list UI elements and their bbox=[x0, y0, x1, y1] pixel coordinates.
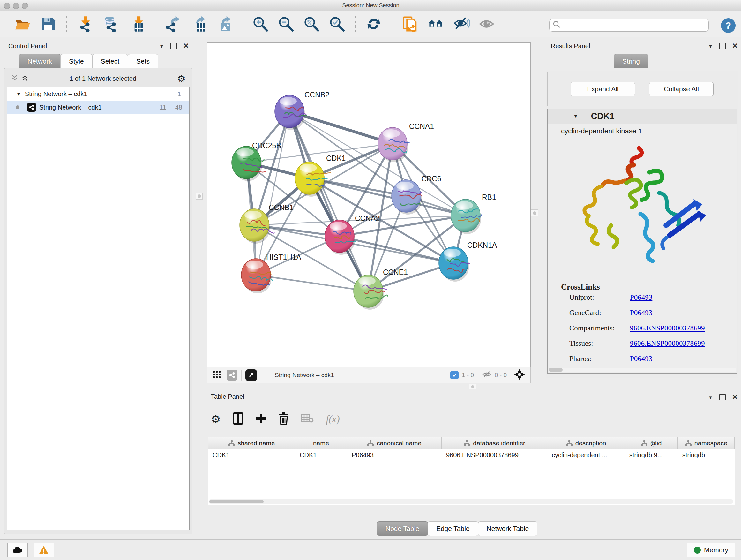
panel-float-icon[interactable] bbox=[719, 43, 726, 49]
cell-canonical-name[interactable]: P06493 bbox=[347, 449, 442, 461]
node-CCNB2[interactable]: CCNB2 bbox=[275, 91, 329, 130]
node-HIST1H1A[interactable]: HIST1H1A bbox=[241, 253, 301, 294]
export-network-icon[interactable] bbox=[164, 16, 181, 32]
tree-expander-icon[interactable]: ▼ bbox=[16, 91, 21, 97]
cell-shared-name[interactable]: CDK1 bbox=[208, 449, 295, 461]
column-header-namespace[interactable]: namespace bbox=[678, 437, 735, 449]
panel-close-icon[interactable]: ✕ bbox=[183, 42, 189, 50]
show-columns-icon[interactable] bbox=[232, 413, 244, 426]
edge-CCNB2-CCNE1[interactable] bbox=[289, 111, 368, 291]
panel-menu-icon[interactable]: ▼ bbox=[708, 44, 713, 49]
table-settings-gear-icon[interactable]: ⚙ bbox=[211, 413, 220, 426]
crosslink-link[interactable]: P06493 bbox=[630, 355, 652, 363]
crosslink-link[interactable]: 9606.ENSP00000378699 bbox=[630, 339, 705, 348]
import-database-icon[interactable] bbox=[102, 16, 119, 32]
tab-select[interactable]: Select bbox=[92, 54, 128, 68]
network-canvas[interactable]: CCNB2CCNA1CDC25BCDK1CDC6RB1CCNB1CCNA2CDK… bbox=[207, 43, 531, 368]
delete-column-trash-icon[interactable] bbox=[279, 413, 289, 426]
horizontal-splitter-handle[interactable] bbox=[469, 384, 476, 389]
crosslink-link[interactable]: P06493 bbox=[630, 309, 652, 317]
expand-all-button[interactable]: Expand All bbox=[570, 82, 635, 97]
open-folder-icon[interactable] bbox=[14, 16, 31, 32]
home-pair-icon[interactable] bbox=[428, 16, 444, 32]
node-table[interactable]: shared namenamecanonical namedatabase id… bbox=[208, 437, 735, 505]
panel-float-icon[interactable] bbox=[171, 43, 177, 49]
expand-all-icon[interactable] bbox=[21, 74, 29, 83]
zoom-out-icon[interactable] bbox=[278, 16, 294, 32]
window-close-button[interactable] bbox=[4, 3, 10, 9]
cloud-status-button[interactable] bbox=[7, 543, 28, 557]
tab-network[interactable]: Network bbox=[19, 54, 61, 68]
save-icon[interactable] bbox=[40, 16, 57, 32]
section-expander-icon[interactable]: ▼ bbox=[573, 113, 578, 119]
column-header-canonical-name[interactable]: canonical name bbox=[347, 437, 442, 449]
cell-description[interactable]: cyclin-dependent ... bbox=[547, 449, 625, 461]
tab-sets[interactable]: Sets bbox=[128, 54, 158, 68]
window-minimize-button[interactable] bbox=[13, 3, 19, 9]
search-box[interactable] bbox=[549, 19, 709, 32]
column-header-database-identifier[interactable]: database identifier bbox=[442, 437, 547, 449]
gene-section-header[interactable]: ▼ CDK1 bbox=[548, 109, 737, 124]
delete-table-icon[interactable] bbox=[301, 414, 314, 425]
open-in-browser-icon[interactable] bbox=[246, 369, 257, 381]
search-input[interactable] bbox=[561, 21, 703, 29]
collapse-all-icon[interactable] bbox=[11, 74, 18, 83]
grid-view-icon[interactable] bbox=[212, 370, 221, 380]
warnings-button[interactable] bbox=[33, 543, 54, 557]
table-row[interactable]: CDK1CDK1P064939606.ENSP00000378699cyclin… bbox=[208, 449, 735, 461]
network-graph[interactable]: CCNB2CCNA1CDC25BCDK1CDC6RB1CCNB1CCNA2CDK… bbox=[207, 43, 530, 368]
panel-close-icon[interactable]: ✕ bbox=[732, 42, 738, 50]
table-hscrollbar[interactable] bbox=[209, 499, 733, 504]
show-eye-icon[interactable] bbox=[479, 16, 495, 32]
right-splitter-handle[interactable] bbox=[531, 209, 538, 216]
zoom-in-icon[interactable] bbox=[252, 16, 269, 32]
tab-node-table[interactable]: Node Table bbox=[377, 521, 428, 536]
column-header-shared-name[interactable]: shared name bbox=[208, 437, 295, 449]
network-collection-row[interactable]: ▼ String Network – cdk1 1 bbox=[7, 87, 189, 101]
column-header-name[interactable]: name bbox=[295, 437, 347, 449]
crosslink-link[interactable]: P06493 bbox=[630, 294, 652, 302]
panel-close-icon[interactable]: ✕ bbox=[732, 393, 738, 401]
collapse-all-button[interactable]: Collapse All bbox=[649, 82, 714, 97]
zoom-selected-icon[interactable] bbox=[329, 16, 345, 32]
refresh-icon[interactable] bbox=[365, 16, 382, 32]
network-row-selected[interactable]: String Network – cdk1 11 48 bbox=[7, 101, 189, 114]
memory-button[interactable]: Memory bbox=[687, 543, 735, 557]
cell-database-identifier[interactable]: 9606.ENSP00000378699 bbox=[442, 449, 547, 461]
cell-name[interactable]: CDK1 bbox=[295, 449, 347, 461]
clone-network-icon[interactable] bbox=[402, 16, 419, 32]
panel-menu-icon[interactable]: ▼ bbox=[159, 44, 164, 49]
edge-CCNA2-CDKN1A[interactable] bbox=[340, 236, 454, 263]
export-table-icon[interactable] bbox=[190, 16, 206, 32]
node-CDKN1A[interactable]: CDKN1A bbox=[439, 241, 497, 282]
function-builder-icon[interactable]: f(x) bbox=[326, 414, 340, 425]
export-image-icon[interactable] bbox=[215, 16, 232, 32]
tab-network-table[interactable]: Network Table bbox=[478, 521, 538, 536]
column-header-@id[interactable]: @id bbox=[625, 437, 678, 449]
tab-string[interactable]: String bbox=[614, 54, 649, 68]
node-RB1[interactable]: RB1 bbox=[451, 193, 496, 234]
column-header-description[interactable]: description bbox=[547, 437, 625, 449]
tab-edge-table[interactable]: Edge Table bbox=[428, 521, 478, 536]
cell-namespace[interactable]: stringdb bbox=[678, 449, 735, 461]
left-splitter-handle[interactable] bbox=[196, 192, 203, 199]
import-network-icon[interactable] bbox=[77, 16, 93, 32]
gear-icon[interactable]: ⚙ bbox=[177, 73, 186, 84]
node-CCNE1[interactable]: CCNE1 bbox=[354, 268, 408, 310]
crosslink-link[interactable]: 9606.ENSP00000378699 bbox=[630, 324, 705, 332]
birdseye-toggle-icon[interactable] bbox=[514, 369, 525, 382]
hidden-eye-icon[interactable] bbox=[482, 371, 491, 380]
add-column-icon[interactable] bbox=[256, 413, 266, 425]
help-button[interactable]: ? bbox=[721, 18, 736, 33]
panel-menu-icon[interactable]: ▼ bbox=[708, 395, 713, 400]
window-zoom-button[interactable] bbox=[22, 3, 28, 9]
selected-checkbox-icon[interactable] bbox=[450, 371, 459, 379]
cell-@id[interactable]: stringdb:9... bbox=[625, 449, 678, 461]
hide-eye-icon[interactable] bbox=[453, 16, 470, 32]
detail-hscrollbar[interactable] bbox=[549, 368, 736, 372]
tab-style[interactable]: Style bbox=[60, 54, 92, 68]
panel-float-icon[interactable] bbox=[719, 394, 726, 400]
edge-HIST1H1A-CCNE1[interactable] bbox=[256, 275, 368, 291]
zoom-fit-icon[interactable] bbox=[303, 16, 320, 32]
string-style-icon[interactable] bbox=[226, 370, 238, 381]
